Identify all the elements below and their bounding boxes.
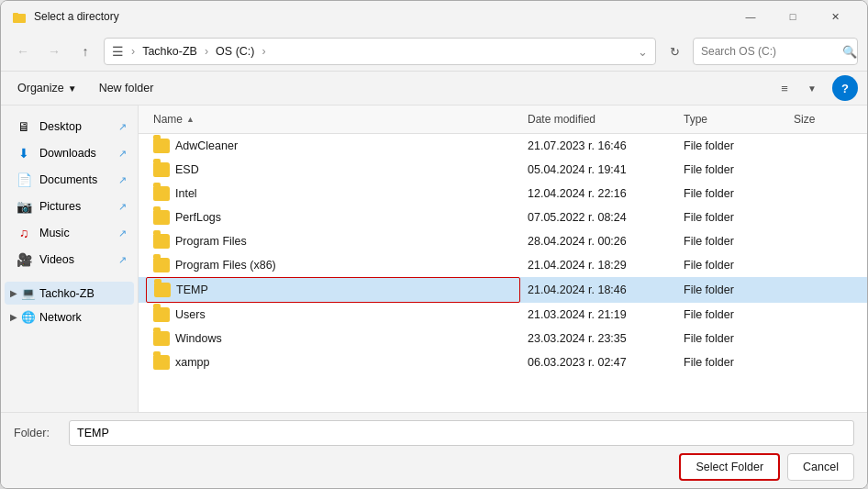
button-row: Select Folder Cancel (14, 453, 854, 481)
sidebar-item-videos[interactable]: 🎥 Videos ↗ (5, 247, 134, 272)
sidebar-item-network[interactable]: ▶ 🌐 Network (5, 306, 134, 328)
table-row[interactable]: PerfLogs07.05.2022 r. 08:24File folder (139, 206, 867, 229)
table-row[interactable]: xampp06.03.2023 r. 02:47File folder (139, 350, 867, 374)
file-date: 21.04.2024 r. 18:29 (520, 253, 676, 277)
file-date: 28.04.2024 r. 00:26 (520, 229, 676, 253)
file-size (786, 158, 860, 182)
pin-icon: ↗ (118, 148, 127, 160)
address-separator-3: › (262, 45, 265, 58)
sidebar-item-label: Documents (39, 173, 111, 186)
file-size (786, 253, 860, 277)
file-size (786, 303, 860, 327)
minimize-button[interactable]: — (729, 1, 772, 32)
main-content: 🖥 Desktop ↗ ⬇ Downloads ↗ 📄 Documents ↗ … (1, 106, 867, 412)
folder-input[interactable] (69, 420, 854, 446)
forward-button[interactable]: → (41, 39, 67, 64)
sidebar-item-desktop[interactable]: 🖥 Desktop ↗ (5, 114, 134, 139)
folder-icon (153, 186, 170, 201)
cancel-button[interactable]: Cancel (787, 453, 854, 481)
select-folder-button[interactable]: Select Folder (679, 453, 780, 481)
sidebar-item-tachko-zb[interactable]: ▶ 💻 Tachko-ZB (5, 282, 134, 305)
file-name: Program Files (x86) (175, 259, 276, 272)
file-type: File folder (676, 134, 786, 158)
folder-icon (154, 283, 171, 297)
new-folder-button[interactable]: New folder (92, 78, 161, 98)
folder-icon (153, 210, 170, 225)
footer: Folder: Select Folder Cancel (1, 412, 867, 488)
up-button[interactable]: ↑ (72, 39, 98, 64)
file-size (786, 277, 860, 303)
folder-icon (153, 139, 170, 153)
file-list-header: Name ▲ Date modified Type Size (139, 106, 867, 134)
col-header-size[interactable]: Size (786, 109, 860, 129)
sidebar-item-music[interactable]: ♫ Music ↗ (5, 220, 134, 246)
table-row[interactable]: Users21.03.2024 r. 21:19File folder (139, 303, 867, 327)
folder-icon (153, 307, 170, 322)
folder-icon (153, 355, 170, 370)
table-row[interactable]: AdwCleaner21.07.2023 r. 16:46File folder (139, 134, 867, 158)
expand-arrow-icon: ▶ (10, 288, 17, 298)
table-row[interactable]: ESD05.04.2024 r. 19:41File folder (139, 158, 867, 182)
toolbar: Organize ▼ New folder ≡ ▼ ? (1, 72, 867, 106)
sidebar-item-downloads[interactable]: ⬇ Downloads ↗ (5, 140, 134, 166)
file-name: xampp (175, 356, 210, 369)
organize-label: Organize (17, 82, 64, 94)
col-header-type[interactable]: Type (676, 109, 786, 129)
folder-icon (153, 331, 170, 346)
organize-button[interactable]: Organize ▼ (10, 78, 84, 98)
addressbar: ← → ↑ ☰ › Tachko-ZB › OS (C:) › ⌄ ↻ 🔍 (1, 32, 867, 72)
videos-icon: 🎥 (16, 251, 32, 268)
titlebar: Select a directory — □ ✕ (1, 1, 867, 32)
network-icon: 🌐 (21, 310, 36, 324)
file-name: Users (175, 308, 206, 321)
help-button[interactable]: ? (832, 75, 858, 101)
table-row[interactable]: Program Files (x86)21.04.2024 r. 18:29Fi… (139, 253, 867, 277)
close-button[interactable]: ✕ (814, 1, 856, 32)
expand-arrow-icon: ▶ (10, 312, 17, 322)
search-icon: 🔍 (842, 45, 857, 59)
maximize-button[interactable]: □ (772, 1, 814, 32)
file-list: Name ▲ Date modified Type Size AdwCleane… (139, 106, 867, 412)
file-size (786, 350, 860, 374)
col-header-name[interactable]: Name ▲ (146, 109, 520, 129)
file-date: 21.03.2024 r. 21:19 (520, 303, 676, 327)
file-date: 21.04.2024 r. 18:46 (520, 277, 676, 303)
back-button[interactable]: ← (10, 39, 36, 64)
tachko-icon: 💻 (21, 286, 36, 300)
file-date: 23.03.2024 r. 23:35 (520, 327, 676, 350)
table-row[interactable]: Program Files28.04.2024 r. 00:26File fol… (139, 229, 867, 253)
file-name: Windows (175, 332, 222, 345)
file-size (786, 229, 860, 253)
file-date: 12.04.2024 r. 22:16 (520, 182, 676, 206)
refresh-button[interactable]: ↻ (662, 39, 687, 64)
documents-icon: 📄 (16, 172, 32, 188)
downloads-icon: ⬇ (16, 145, 32, 161)
sidebar-item-pictures[interactable]: 📷 Pictures ↗ (5, 194, 134, 219)
search-input[interactable] (701, 45, 839, 58)
file-type: File folder (676, 253, 786, 277)
table-row[interactable]: Intel12.04.2024 r. 22:16File folder (139, 182, 867, 206)
sidebar-item-label: Pictures (39, 200, 111, 213)
file-date: 07.05.2022 r. 08:24 (520, 206, 676, 229)
address-separator: › (131, 45, 135, 58)
table-row[interactable]: Windows23.03.2024 r. 23:35File folder (139, 327, 867, 350)
file-type: File folder (676, 229, 786, 253)
file-size (786, 134, 860, 158)
file-type: File folder (676, 206, 786, 229)
path-dropdown-arrow[interactable]: ⌄ (638, 45, 648, 59)
file-type: File folder (676, 277, 786, 303)
table-row[interactable]: TEMP21.04.2024 r. 18:46File folder (139, 277, 867, 303)
col-header-date[interactable]: Date modified (520, 109, 676, 129)
view-dropdown-button[interactable]: ▼ (799, 75, 825, 101)
address-path[interactable]: ☰ › Tachko-ZB › OS (C:) › ⌄ (104, 38, 656, 65)
folder-row: Folder: (14, 420, 854, 446)
path-part-1: Tachko-ZB (142, 45, 197, 58)
pin-icon: ↗ (118, 121, 127, 133)
file-name: ESD (175, 163, 199, 176)
file-size (786, 206, 860, 229)
address-separator-2: › (205, 45, 208, 58)
sidebar-item-documents[interactable]: 📄 Documents ↗ (5, 167, 134, 193)
pin-icon: ↗ (118, 174, 127, 186)
list-view-button[interactable]: ≡ (772, 75, 797, 101)
search-box: 🔍 (693, 38, 858, 65)
